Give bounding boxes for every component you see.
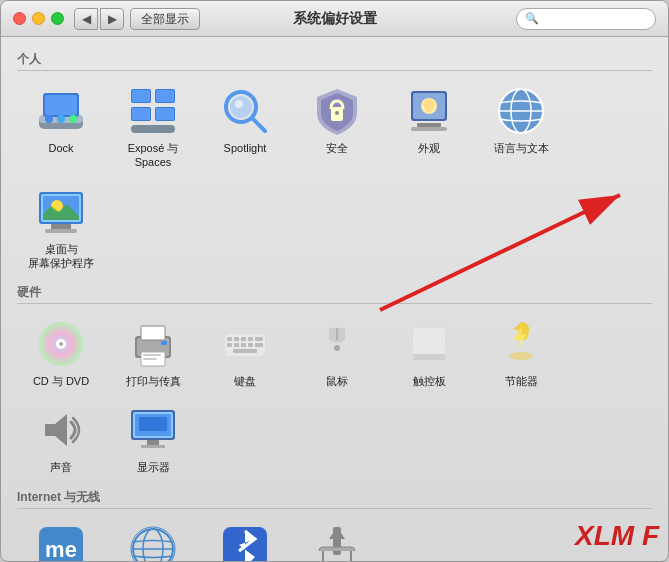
svg-rect-72 <box>141 445 165 448</box>
icon-dock[interactable]: Dock <box>17 79 105 176</box>
svg-line-18 <box>252 118 265 131</box>
icon-network[interactable]: 网络 <box>109 517 197 561</box>
svg-point-21 <box>335 111 339 115</box>
show-all-button[interactable]: 全部显示 <box>130 8 200 30</box>
back-button[interactable]: ◀ <box>74 8 98 30</box>
svg-rect-73 <box>139 417 167 431</box>
svg-rect-59 <box>255 343 263 347</box>
search-input[interactable] <box>542 12 647 26</box>
section-internet: Internet 与无线 <box>17 489 652 509</box>
svg-point-40 <box>59 342 63 346</box>
icon-sound[interactable]: 声音 <box>17 398 105 480</box>
search-icon: 🔍 <box>525 12 539 25</box>
svg-rect-12 <box>132 108 150 120</box>
minimize-button[interactable] <box>32 12 45 25</box>
forward-button[interactable]: ▶ <box>100 8 124 30</box>
svg-rect-60 <box>233 349 257 353</box>
svg-rect-71 <box>147 440 159 445</box>
svg-point-66 <box>509 352 533 360</box>
section-personal: 个人 <box>17 51 652 71</box>
icon-appearance[interactable]: 外观 <box>385 79 473 176</box>
icon-language[interactable]: 语言与文本 <box>477 79 565 176</box>
svg-rect-46 <box>143 358 157 360</box>
svg-rect-24 <box>417 123 441 127</box>
svg-rect-51 <box>234 337 239 341</box>
icon-display[interactable]: 显示器 <box>109 398 197 480</box>
main-content: 个人 Dock <box>1 37 668 561</box>
svg-rect-8 <box>132 90 150 102</box>
svg-rect-47 <box>161 341 167 345</box>
window-title: 系统偏好设置 <box>293 10 377 28</box>
svg-text:me: me <box>45 537 77 561</box>
svg-point-4 <box>45 115 53 123</box>
icon-bluetooth[interactable]: Bluetooth <box>201 517 289 561</box>
svg-rect-25 <box>411 127 447 131</box>
svg-rect-55 <box>227 343 232 347</box>
maximize-button[interactable] <box>51 12 64 25</box>
search-box[interactable]: 🔍 <box>516 8 656 30</box>
icon-spotlight[interactable]: Spotlight <box>201 79 289 176</box>
icon-print[interactable]: 打印与传真 <box>109 312 197 394</box>
icon-trackpad[interactable]: 触控板 <box>385 312 473 394</box>
svg-point-5 <box>57 115 65 123</box>
svg-point-19 <box>235 100 243 108</box>
svg-point-6 <box>69 115 77 123</box>
svg-rect-3 <box>45 95 77 115</box>
svg-rect-43 <box>141 326 165 340</box>
svg-rect-54 <box>255 337 263 341</box>
svg-rect-52 <box>241 337 246 341</box>
svg-rect-10 <box>156 90 174 102</box>
icon-expose[interactable]: Exposé 与Spaces <box>109 79 197 176</box>
svg-rect-34 <box>45 229 77 233</box>
svg-point-62 <box>334 345 340 351</box>
icon-mouse[interactable]: 鼠标 <box>293 312 381 394</box>
close-button[interactable] <box>13 12 26 25</box>
icon-sharing[interactable]: 共享 <box>293 517 381 561</box>
icon-cddvd[interactable]: CD 与 DVD <box>17 312 105 394</box>
internet-grid: me MobileMe <box>17 517 652 561</box>
svg-rect-58 <box>248 343 253 347</box>
icon-desktop[interactable]: 桌面与屏幕保护程序 <box>17 180 105 277</box>
svg-rect-14 <box>156 108 174 120</box>
icon-mobileme[interactable]: me MobileMe <box>17 517 105 561</box>
section-hardware: 硬件 <box>17 284 652 304</box>
icon-security[interactable]: 安全 <box>293 79 381 176</box>
svg-rect-65 <box>413 354 445 360</box>
svg-marker-67 <box>45 414 67 446</box>
personal-grid: Dock <box>17 79 652 276</box>
svg-rect-15 <box>131 125 175 133</box>
svg-rect-33 <box>51 224 71 229</box>
svg-rect-56 <box>234 343 239 347</box>
icon-keyboard[interactable]: 键盘 <box>201 312 289 394</box>
svg-rect-57 <box>241 343 246 347</box>
icon-energy[interactable]: 节能器 <box>477 312 565 394</box>
svg-rect-53 <box>248 337 253 341</box>
svg-marker-82 <box>329 527 345 539</box>
svg-rect-45 <box>143 354 161 356</box>
svg-rect-50 <box>227 337 232 341</box>
svg-point-77 <box>143 529 163 561</box>
hardware-grid: CD 与 DVD 打印与传真 <box>17 312 652 481</box>
